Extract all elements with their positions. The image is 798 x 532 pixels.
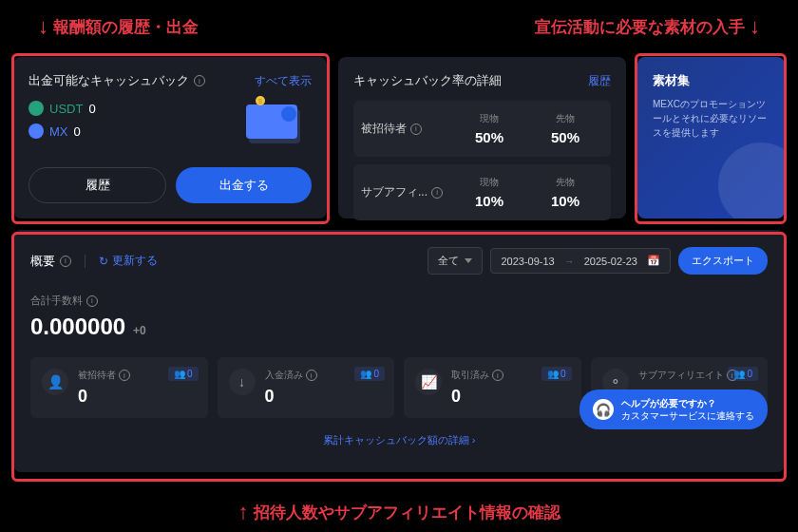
arrow-down-icon: ↓ [38, 14, 48, 39]
help-button[interactable]: 🎧 ヘルプが必要ですか？ カスタマーサービスに連絡する [580, 390, 768, 429]
overview-title: 概要i [30, 253, 71, 270]
rate-history-link[interactable]: 履歴 [588, 73, 611, 89]
svg-point-2 [281, 106, 296, 122]
group-icon: 👥 [547, 369, 559, 379]
total-fee-value: 0.000000+0 [30, 314, 768, 340]
info-icon: i [492, 370, 504, 381]
group-icon: 👥 [174, 369, 185, 379]
rate-title: キャッシュバック率の詳細 [353, 72, 502, 89]
rate-card: キャッシュバック率の詳細 履歴 被招待者i 現物50% 先物50% サブアフィ.… [338, 57, 626, 218]
stat-badge: 👥0 [354, 367, 385, 381]
info-icon[interactable]: i [60, 256, 71, 267]
headset-icon: 🎧 [593, 399, 614, 420]
annotation-topleft: ↓ 報酬額の履歴・出金 [38, 14, 199, 39]
withdraw-button[interactable]: 出金する [176, 167, 312, 203]
export-button[interactable]: エクスポート [678, 247, 768, 275]
refresh-button[interactable]: ↻更新する [99, 253, 158, 269]
group-icon: 👥 [360, 369, 371, 379]
view-all-link[interactable]: すべて表示 [255, 73, 312, 89]
annotation-topright: 宣伝活動に必要な素材の入手 ↓ [535, 14, 760, 39]
chevron-down-icon [465, 258, 472, 263]
overview-card: 概要i ↻更新する 全て 2023-09-13 → 2025-02-23 📅 エ… [13, 230, 785, 472]
filter-dropdown[interactable]: 全て [428, 247, 483, 275]
cashback-detail-link[interactable]: 累計キャッシュバック額の詳細 › [30, 433, 768, 447]
person-icon: 👤 [42, 369, 68, 395]
group-icon: 👥 [733, 369, 745, 379]
subaff-rate-row: サブアフィ...i 現物10% 先物10% [353, 164, 611, 220]
wallet-icon: $ [241, 95, 308, 147]
info-icon[interactable]: i [431, 187, 443, 199]
info-icon: i [306, 370, 317, 381]
stat-badge: 👥0 [168, 367, 199, 381]
history-button[interactable]: 履歴 [28, 167, 166, 203]
material-title: 素材集 [653, 72, 770, 89]
info-icon: i [119, 370, 130, 381]
info-icon[interactable]: i [410, 124, 422, 135]
stat-traded[interactable]: 📈 取引済みi0 👥0 [404, 357, 581, 418]
stat-badge: 👥0 [542, 367, 572, 381]
cashback-card: 出金可能なキャッシュバック i すべて表示 USDT 0 MX 0 $ 履歴 出… [13, 57, 327, 218]
arrow-up-icon: ↑ [238, 500, 249, 524]
material-desc: MEXCのプロモーションツールとそれに必要なリソースを提供します [653, 97, 770, 140]
info-icon[interactable]: i [194, 75, 205, 86]
annotation-bottom: ↑ 招待人数やサブアフィリエイト情報の確認 [238, 500, 560, 524]
stat-invitees[interactable]: 👤 被招待者i0 👥0 [30, 357, 208, 418]
cashback-title: 出金可能なキャッシュバック i [28, 72, 205, 89]
stat-deposited[interactable]: ↓ 入金済みi0 👥0 [218, 357, 395, 418]
arrow-right-icon: → [564, 256, 575, 267]
deposit-icon: ↓ [229, 369, 256, 395]
total-fee-label: 合計手数料i [30, 294, 768, 308]
date-range-picker[interactable]: 2023-09-13 → 2025-02-23 📅 [490, 248, 671, 274]
calendar-icon: 📅 [647, 255, 660, 267]
mx-icon [28, 124, 44, 139]
info-icon[interactable]: i [86, 295, 98, 307]
arrow-down-icon: ↓ [750, 14, 760, 39]
usdt-icon [28, 101, 44, 116]
material-card[interactable]: 素材集 MEXCのプロモーションツールとそれに必要なリソースを提供します [637, 57, 785, 218]
material-bg-icon [718, 142, 785, 218]
svg-text:$: $ [258, 98, 262, 104]
stat-badge: 👥0 [728, 367, 758, 381]
trade-icon: 📈 [415, 369, 442, 395]
refresh-icon: ↻ [99, 255, 108, 268]
invitee-rate-row: 被招待者i 現物50% 先物50% [353, 101, 611, 157]
